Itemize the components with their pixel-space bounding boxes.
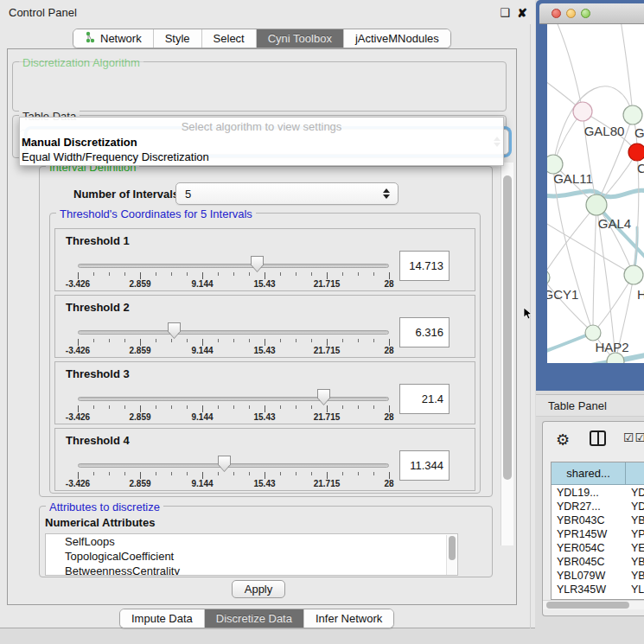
- threshold-3-value-field[interactable]: 21.4: [399, 384, 450, 414]
- node-label-gal11: GAL11: [553, 171, 593, 186]
- desktop: Control Panel ❑ ✘ Network Style Select C…: [0, 0, 644, 644]
- threshold-1-panel: Threshold 1 -3.426 2.859 9.144 15.43 21.…: [54, 228, 475, 291]
- attributes-group-label: Attributes to discretize: [46, 501, 163, 513]
- tick-label: 2.859: [129, 479, 150, 488]
- popup-item-manual-discretization[interactable]: Manual Discretization: [22, 136, 137, 149]
- network-node[interactable]: [585, 325, 601, 341]
- tab-jactivemnodules[interactable]: jActiveMNodules: [344, 29, 450, 48]
- tick-label: 9.144: [191, 412, 213, 422]
- list-item[interactable]: BetweennessCentrality: [46, 564, 457, 576]
- table-row[interactable]: YDL19...YDL1: [552, 487, 644, 500]
- float-window-icon[interactable]: ❑: [499, 7, 511, 19]
- threshold-3-panel: Threshold 3 -3.426 2.859 9.144 15.43 21.…: [54, 361, 475, 424]
- control-panel-window: Control Panel ❑ ✘ Network Style Select C…: [0, 0, 535, 628]
- tick-label: 21.715: [314, 346, 341, 355]
- table-row[interactable]: YBR043CYBR0: [552, 514, 644, 527]
- tab-network[interactable]: Network: [73, 29, 154, 48]
- network-node[interactable]: [573, 102, 592, 121]
- tick-label: 15.43: [253, 412, 275, 422]
- list-item[interactable]: SelfLoops: [46, 534, 457, 549]
- column-header-name[interactable]: na: [626, 462, 644, 485]
- tab-cyni-toolbox[interactable]: Cyni Toolbox: [257, 29, 344, 48]
- node-label-partial-h: H: [637, 287, 644, 302]
- threshold-3-label: Threshold 3: [66, 367, 130, 380]
- node-attribute-table: shared... na YDL19...YDL1 YDR27...YDR2 Y…: [551, 462, 644, 600]
- cyni-content-panel: Discretization Algorithm Select algorith…: [7, 48, 517, 605]
- threshold-1-slider-thumb[interactable]: [251, 256, 264, 272]
- control-panel-tabs: Network Style Select Cyni Toolbox jActiv…: [73, 29, 451, 48]
- cyni-bottom-tabs: Impute Data Discretize Data Infer Networ…: [119, 609, 394, 628]
- threshold-1-value-field[interactable]: 14.713: [399, 251, 450, 281]
- number-of-intervals-value: 5: [185, 188, 191, 201]
- tick-label: 21.715: [314, 412, 341, 422]
- table-row[interactable]: YBL079WYBL0: [552, 570, 644, 583]
- table-row[interactable]: YLR345WYLR3: [552, 583, 644, 596]
- minimize-traffic-light[interactable]: [566, 9, 576, 18]
- threshold-4-slider-thumb[interactable]: [218, 456, 231, 472]
- table-row[interactable]: YPR145WYPR1: [552, 528, 644, 541]
- scrollbar-thumb[interactable]: [503, 175, 512, 480]
- table-horizontal-scrollbar[interactable]: [543, 600, 644, 609]
- discretization-algorithm-label: Discretization Algorithm: [19, 56, 143, 69]
- table-panel-header: Table Panel: [536, 394, 644, 417]
- tab-impute-data[interactable]: Impute Data: [120, 609, 205, 628]
- tick-label: 15.43: [253, 346, 275, 355]
- threshold-4-panel: Threshold 4 -3.426 2.859 9.144 15.43 21.…: [54, 428, 475, 491]
- tick-label: 9.144: [191, 479, 213, 488]
- slider-major-ticks: [78, 472, 390, 479]
- threshold-4-label: Threshold 4: [66, 434, 130, 447]
- tab-infer-network[interactable]: Infer Network: [304, 609, 393, 628]
- threshold-2-value-field[interactable]: 6.316: [399, 317, 450, 348]
- attributes-scrollbar[interactable]: [446, 535, 456, 576]
- network-window-titlebar: [539, 3, 644, 24]
- tick-label: 28: [384, 346, 393, 355]
- control-panel-titlebar: Control Panel ❑ ✘: [0, 0, 535, 24]
- threshold-4-value-field[interactable]: 11.344: [399, 450, 450, 481]
- node-label-partial-c: C: [637, 161, 644, 175]
- network-canvas[interactable]: GAL80 GA GAL11 C GAL4 GCY1 H HAP2: [547, 24, 644, 363]
- main-scrollbar[interactable]: [501, 163, 513, 545]
- tick-label: 2.859: [129, 279, 150, 289]
- network-node[interactable]: [624, 265, 643, 284]
- close-traffic-light[interactable]: [552, 9, 561, 18]
- network-icon: [85, 31, 95, 46]
- tick-label: 28: [384, 279, 393, 289]
- tab-discretize-data[interactable]: Discretize Data: [205, 609, 304, 628]
- checkbox-icons[interactable]: ☑☑: [623, 430, 644, 444]
- threshold-2-slider-thumb[interactable]: [168, 322, 181, 339]
- threshold-2-slider-track[interactable]: [78, 330, 389, 335]
- threshold-1-slider-track[interactable]: [78, 264, 389, 268]
- columns-icon[interactable]: [590, 430, 606, 446]
- apply-button[interactable]: Apply: [232, 580, 285, 598]
- tab-select[interactable]: Select: [202, 29, 257, 48]
- numerical-attributes-list[interactable]: SelfLoops TopologicalCoefficient Between…: [45, 533, 458, 576]
- table-row[interactable]: YBR045CYBR0: [552, 556, 644, 569]
- list-item[interactable]: TopologicalCoefficient: [46, 549, 457, 564]
- threshold-4-slider-track[interactable]: [78, 463, 389, 468]
- slider-major-ticks: [78, 405, 390, 412]
- zoom-traffic-light[interactable]: [581, 9, 590, 18]
- tab-style[interactable]: Style: [154, 29, 202, 48]
- column-header-shared[interactable]: shared...: [552, 462, 626, 485]
- table-panel-title: Table Panel: [548, 399, 607, 412]
- tick-label: 28: [384, 412, 393, 422]
- network-node-gal4[interactable]: [586, 194, 607, 215]
- network-node[interactable]: [623, 105, 642, 124]
- popup-item-equal-width-frequency[interactable]: Equal Width/Frequency Discretization: [22, 150, 209, 163]
- slider-major-ticks: [78, 339, 390, 346]
- table-row[interactable]: YER054CYER0: [552, 542, 644, 555]
- table-row[interactable]: YDR27...YDR2: [552, 501, 644, 513]
- network-node-selected[interactable]: [628, 143, 644, 161]
- tick-label: 15.43: [253, 479, 275, 488]
- mouse-cursor: [523, 307, 532, 322]
- close-icon[interactable]: ✘: [516, 7, 528, 19]
- threshold-3-slider-thumb[interactable]: [317, 389, 330, 405]
- network-node[interactable]: [547, 270, 550, 285]
- gear-icon[interactable]: ⚙: [556, 430, 570, 450]
- threshold-3-slider-track[interactable]: [78, 397, 389, 401]
- algorithm-dropdown-popup: Select algorithm to view settings Manual…: [19, 117, 504, 166]
- scrollbar-thumb[interactable]: [546, 602, 629, 609]
- tick-label: 21.715: [314, 479, 341, 488]
- number-of-intervals-combobox[interactable]: 5: [175, 182, 399, 205]
- scrollbar-thumb[interactable]: [449, 536, 456, 560]
